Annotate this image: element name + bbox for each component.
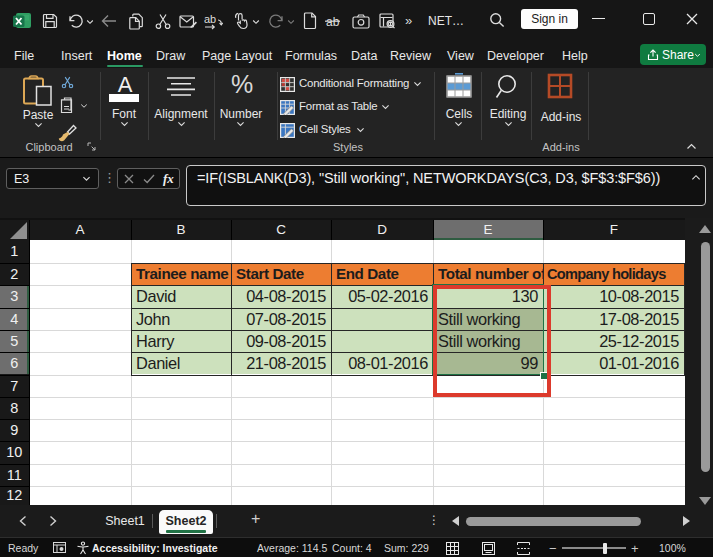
svg-text:ab: ab bbox=[204, 14, 216, 25]
